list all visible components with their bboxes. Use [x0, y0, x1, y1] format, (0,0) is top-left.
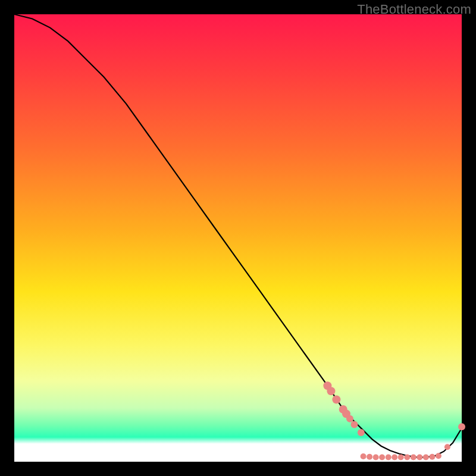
curve-marker [429, 454, 435, 460]
curve-marker [392, 455, 397, 461]
curve-marker [458, 423, 465, 430]
curve-marker [423, 455, 429, 461]
curve-marker [404, 455, 410, 461]
plot-area [14, 14, 462, 462]
curve-marker [386, 455, 392, 461]
curve-marker [411, 455, 416, 461]
curve-marker [358, 429, 365, 436]
curve-marker [332, 396, 340, 404]
curve-marker [327, 387, 335, 395]
curve-svg [14, 14, 462, 462]
curve-marker [398, 455, 404, 461]
curve-marker [346, 415, 353, 422]
curve-marker [436, 453, 441, 459]
curve-marker [361, 453, 367, 459]
curve-marker [373, 455, 379, 461]
curve-marker [351, 421, 358, 428]
curve-marker [444, 444, 450, 450]
curve-markers [323, 381, 465, 460]
curve-marker [367, 454, 372, 460]
chart-stage: TheBottleneck.com [0, 0, 476, 476]
curve-marker [379, 455, 385, 461]
bottleneck-curve-line [14, 14, 462, 458]
curve-marker [416, 455, 422, 461]
